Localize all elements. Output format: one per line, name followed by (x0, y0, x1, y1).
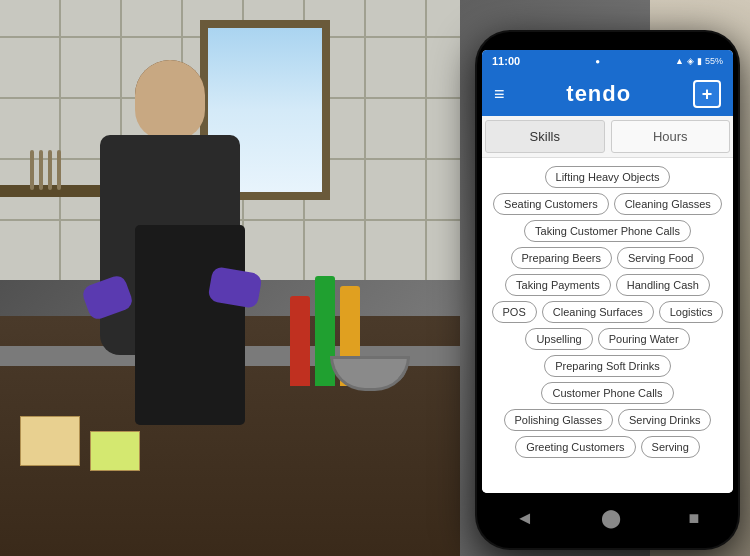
skill-serving-food[interactable]: Serving Food (617, 247, 704, 269)
add-button[interactable]: + (693, 80, 721, 108)
wifi-icon: ◈ (687, 56, 694, 66)
app-title: tendo (566, 81, 631, 107)
status-time: 11:00 (492, 55, 520, 67)
phone-screen: 11:00 ● ▲ ◈ ▮ 55% ≡ tendo + (482, 50, 733, 493)
skill-lifting-heavy-objects[interactable]: Lifting Heavy Objects (545, 166, 671, 188)
apron (135, 225, 245, 425)
person-body (100, 135, 240, 355)
skill-customer-phone-calls[interactable]: Customer Phone Calls (541, 382, 673, 404)
utensil (48, 150, 52, 190)
status-bar: 11:00 ● ▲ ◈ ▮ 55% (482, 50, 733, 72)
storage-box (20, 416, 80, 466)
skill-seating-customers[interactable]: Seating Customers (493, 193, 609, 215)
tab-hours[interactable]: Hours (611, 120, 731, 153)
person-head (135, 60, 205, 140)
notification-dot: ● (595, 57, 600, 66)
tab-skills[interactable]: Skills (485, 120, 605, 153)
skills-content: Lifting Heavy Objects Seating Customers … (482, 158, 733, 493)
kitchen-scene (0, 0, 460, 556)
skill-cleaning-surfaces[interactable]: Cleaning Surfaces (542, 301, 654, 323)
person (80, 60, 260, 440)
skill-greeting-customers[interactable]: Greeting Customers (515, 436, 635, 458)
kitchen-utensils (30, 150, 61, 190)
recent-button[interactable]: ■ (688, 508, 699, 529)
skills-row-9: Customer Phone Calls (488, 382, 727, 404)
app-bar: ≡ tendo + (482, 72, 733, 116)
skill-cleaning-glasses[interactable]: Cleaning Glasses (614, 193, 722, 215)
phone-nav: ◄ ⬤ ■ (482, 498, 733, 538)
utensil (30, 150, 34, 190)
skill-pouring-water[interactable]: Pouring Water (598, 328, 690, 350)
skills-row-7: Upselling Pouring Water (488, 328, 727, 350)
skills-row-4: Preparing Beers Serving Food (488, 247, 727, 269)
skills-row-2: Seating Customers Cleaning Glasses (488, 193, 727, 215)
skills-row-5: Taking Payments Handling Cash (488, 274, 727, 296)
phone-inner: 11:00 ● ▲ ◈ ▮ 55% ≡ tendo + (477, 32, 738, 548)
battery-percent: 55% (705, 56, 723, 66)
skill-preparing-beers[interactable]: Preparing Beers (511, 247, 613, 269)
home-button[interactable]: ⬤ (601, 507, 621, 529)
bottle-1 (290, 296, 310, 386)
skills-row-1: Lifting Heavy Objects (488, 166, 727, 188)
skill-taking-payments[interactable]: Taking Payments (505, 274, 611, 296)
skill-serving[interactable]: Serving (641, 436, 700, 458)
status-icons: ▲ ◈ ▮ 55% (675, 56, 723, 66)
tab-bar: Skills Hours (482, 116, 733, 158)
skill-logistics[interactable]: Logistics (659, 301, 724, 323)
phone-device: 11:00 ● ▲ ◈ ▮ 55% ≡ tendo + (475, 30, 740, 550)
skill-taking-customer-phone-calls[interactable]: Taking Customer Phone Calls (524, 220, 691, 242)
skill-handling-cash[interactable]: Handling Cash (616, 274, 710, 296)
skills-row-3: Taking Customer Phone Calls (488, 220, 727, 242)
skill-pos[interactable]: POS (492, 301, 537, 323)
skill-polishing-glasses[interactable]: Polishing Glasses (504, 409, 613, 431)
skills-row-10: Polishing Glasses Serving Drinks (488, 409, 727, 431)
skills-row-8: Preparing Soft Drinks (488, 355, 727, 377)
skills-row-11: Greeting Customers Serving (488, 436, 727, 458)
skills-row-6: POS Cleaning Surfaces Logistics (488, 301, 727, 323)
back-button[interactable]: ◄ (516, 508, 534, 529)
skill-preparing-soft-drinks[interactable]: Preparing Soft Drinks (544, 355, 671, 377)
menu-icon[interactable]: ≡ (494, 84, 505, 105)
skill-upselling[interactable]: Upselling (525, 328, 592, 350)
utensil (39, 150, 43, 190)
battery-indicator: ▮ (697, 56, 702, 66)
skill-serving-drinks[interactable]: Serving Drinks (618, 409, 712, 431)
signal-icon: ▲ (675, 56, 684, 66)
utensil (57, 150, 61, 190)
phone-outer: 11:00 ● ▲ ◈ ▮ 55% ≡ tendo + (475, 30, 740, 550)
